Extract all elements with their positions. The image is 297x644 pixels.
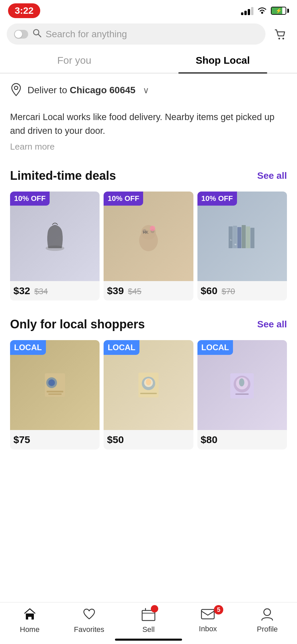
search-container: Search for anything [0,20,297,48]
product-card-pin1[interactable]: LOCAL $75 [10,340,100,449]
learn-more-link[interactable]: Learn more [10,142,287,152]
product-image-pin1: LOCAL [10,340,100,430]
inbox-icon [200,608,215,623]
tabs: For you Shop Local [0,48,297,73]
product-info-pin3: $80 [197,430,287,449]
product-price-pin2: $50 [107,434,124,445]
nav-label-profile: Profile [257,625,278,634]
product-image-vase: 10% OFF [10,192,100,281]
product-price-hellokitty: $39 [107,285,124,296]
sell-badge [151,605,158,612]
local-badge-pin2: LOCAL [104,340,139,355]
limited-deals-section: Limited-time deals See all 10% OFF [0,162,297,311]
product-image-hellokitty: HK 10% OFF [104,192,193,281]
bottom-nav: Home Favorites Sell [0,602,297,644]
bottom-indicator [115,639,182,641]
nav-inbox[interactable]: 5 Inbox [178,608,238,633]
product-original-price-books: $70 [222,287,235,296]
svg-point-11 [150,226,155,231]
nav-label-sell: Sell [142,625,155,634]
discount-badge-hellokitty: 10% OFF [104,192,143,206]
product-original-price-hellokitty: $45 [128,287,141,296]
section-header-deals: Limited-time deals See all [0,162,297,188]
svg-point-5 [14,86,18,90]
tab-shop-local[interactable]: Shop Local [148,48,297,73]
chevron-down-icon: ∨ [143,85,149,96]
nav-profile[interactable]: Profile [238,607,297,634]
svg-rect-24 [47,391,63,392]
product-card-books[interactable]: 7 6 10% OFF $60 $70 [197,192,287,301]
status-bar: 3:22 ⚡ [0,0,297,20]
nav-sell[interactable]: Sell [119,607,178,634]
search-placeholder: Search for anything [46,29,127,40]
svg-text:HK: HK [143,230,148,235]
svg-rect-18 [250,228,254,248]
see-all-local[interactable]: See all [257,319,287,330]
delivery-text: Deliver to Chicago 60645 [27,85,135,96]
product-info-books: $60 $70 [197,281,287,301]
local-products-row: LOCAL $75 [0,337,297,459]
info-text: Mercari Local works like food delivery. … [10,110,287,138]
product-info-hellokitty: $39 $45 [104,281,193,301]
search-icon [32,28,42,40]
svg-point-34 [239,378,244,386]
delivery-bar[interactable]: Deliver to Chicago 60645 ∨ [0,73,297,107]
status-time: 3:22 [8,3,40,18]
tab-for-you[interactable]: For you [0,48,148,73]
product-price-vase: $32 [13,285,30,296]
product-image-pin3: LOCAL [197,340,287,430]
svg-point-0 [261,12,263,14]
product-price-pin3: $80 [201,434,218,445]
product-price-books: $60 [201,285,218,296]
main-content: Deliver to Chicago 60645 ∨ Mercari Local… [0,73,297,513]
svg-rect-35 [235,393,249,395]
battery-icon: ⚡ [271,7,289,15]
section-title-local: Only for local shoppers [10,317,145,331]
local-shoppers-section: Only for local shoppers See all [0,311,297,459]
svg-rect-15 [237,227,241,248]
product-info-pin1: $75 [10,430,100,449]
home-icon [23,607,37,623]
svg-point-39 [153,607,156,610]
product-info-vase: $32 $34 [10,281,100,301]
nav-label-inbox: Inbox [199,625,217,633]
profile-icon [260,607,274,623]
cart-button[interactable] [270,24,290,44]
search-bar[interactable]: Search for anything [7,23,265,45]
section-title-deals: Limited-time deals [10,169,116,183]
product-original-price-vase: $34 [35,287,48,296]
wifi-icon [257,5,268,16]
svg-rect-16 [242,225,246,248]
nav-label-home: Home [20,625,40,634]
nav-home[interactable]: Home [0,607,59,634]
section-header-local: Only for local shoppers See all [0,311,297,337]
search-toggle[interactable] [14,30,28,39]
location-icon [10,83,22,98]
svg-point-3 [279,38,280,39]
signal-icon [241,6,253,15]
product-price-pin1: $75 [13,434,30,445]
svg-rect-30 [140,393,157,394]
svg-text:7: 7 [230,239,233,241]
product-info-pin2: $50 [104,430,193,449]
svg-rect-40 [201,609,214,619]
product-card-pin3[interactable]: LOCAL $80 [197,340,287,449]
local-badge-pin3: LOCAL [197,340,233,355]
nav-label-favorites: Favorites [74,625,104,634]
product-card-vase[interactable]: 10% OFF $32 $34 [10,192,100,301]
product-image-books: 7 6 10% OFF [197,192,287,281]
product-card-hellokitty[interactable]: HK 10% OFF $39 $45 [104,192,193,301]
see-all-deals[interactable]: See all [257,170,287,181]
svg-point-23 [48,379,55,386]
svg-point-4 [283,38,284,39]
discount-badge-vase: 10% OFF [10,192,50,206]
info-section: Mercari Local works like food delivery. … [0,107,297,162]
svg-line-2 [38,34,41,37]
svg-text:6: 6 [234,244,237,245]
nav-favorites[interactable]: Favorites [59,607,119,634]
svg-point-29 [146,379,151,385]
product-card-pin2[interactable]: LOCAL $50 [104,340,193,449]
svg-rect-37 [28,617,32,620]
svg-point-41 [264,609,271,615]
local-badge-pin1: LOCAL [10,340,46,355]
